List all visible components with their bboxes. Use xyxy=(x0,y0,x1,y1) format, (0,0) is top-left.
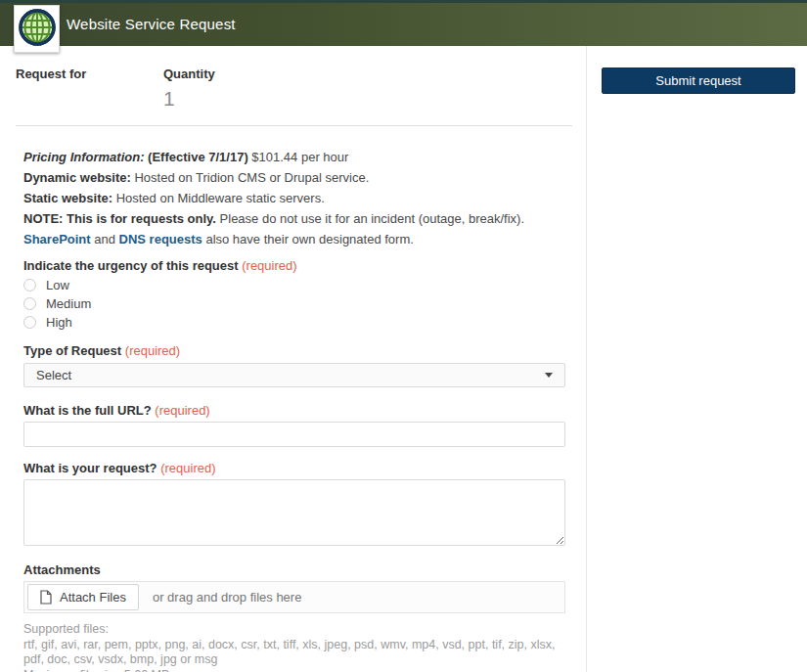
supported-files-label: Supported files: xyxy=(23,622,567,638)
meta-row: Request for Quantity 1 xyxy=(0,46,586,111)
chevron-down-icon xyxy=(545,373,553,378)
note-line: NOTE: This is for requests only. Please … xyxy=(23,211,564,226)
required-marker: (required) xyxy=(160,461,215,475)
sharepoint-link[interactable]: SharePoint xyxy=(23,232,91,246)
url-input[interactable] xyxy=(23,422,565,447)
dynamic-website-line: Dynamic website: Hosted on Tridion CMS o… xyxy=(23,170,564,185)
order-sidebar: Submit request xyxy=(587,46,807,672)
pricing-line: Pricing Information: (Effective 7/1/17) … xyxy=(23,150,564,164)
urgency-label: Indicate the urgency of this request (re… xyxy=(23,258,564,273)
required-marker: (required) xyxy=(155,403,209,418)
type-of-request-field: Type of Request (required) Select xyxy=(23,343,564,387)
supported-files-list: rtf, gif, avi, rar, pem, pptx, png, ai, … xyxy=(23,638,567,668)
urgency-field: Indicate the urgency of this request (re… xyxy=(23,258,564,329)
drag-drop-hint: or drag and drop files here xyxy=(153,590,301,605)
type-of-request-select[interactable]: Select xyxy=(23,363,565,387)
attachments-section: Attachments Attach Files or drag and dro… xyxy=(23,562,564,672)
request-for-label: Request for xyxy=(16,67,163,81)
type-of-request-label: Type of Request (required) xyxy=(23,343,564,358)
quantity-label: Quantity xyxy=(163,67,215,81)
page-title: Website Service Request xyxy=(0,3,807,46)
pricing-info-block: Pricing Information: (Effective 7/1/17) … xyxy=(23,150,564,246)
file-restrictions: Supported files: rtf, gif, avi, rar, pem… xyxy=(23,622,567,672)
request-description-field: What is your request? (required) xyxy=(23,461,564,546)
dns-requests-link[interactable]: DNS requests xyxy=(119,232,202,246)
file-icon xyxy=(40,590,52,605)
select-value: Select xyxy=(36,368,71,382)
quantity-value: 1 xyxy=(163,87,215,111)
urgency-option-low[interactable]: Low xyxy=(23,279,564,291)
catalog-item-icon-tile xyxy=(14,5,60,53)
radio-button-icon[interactable] xyxy=(23,297,36,310)
globe-icon xyxy=(18,8,57,51)
radio-button-icon[interactable] xyxy=(23,316,36,329)
file-dropzone[interactable]: Attach Files or drag and drop files here xyxy=(23,581,565,613)
radio-button-icon[interactable] xyxy=(23,279,36,291)
form-panel: Request for Quantity 1 Pricing Informati… xyxy=(0,46,587,672)
request-description-textarea[interactable] xyxy=(23,479,565,546)
designated-forms-line: SharePoint and DNS requests also have th… xyxy=(23,232,564,246)
attach-files-button[interactable]: Attach Files xyxy=(27,584,139,610)
urgency-option-medium[interactable]: Medium xyxy=(23,297,564,310)
url-field: What is the full URL? (required) xyxy=(23,403,564,447)
page-header: Website Service Request xyxy=(0,0,807,46)
static-website-line: Static website: Hosted on Middleware sta… xyxy=(23,191,564,205)
url-label: What is the full URL? (required) xyxy=(23,403,564,418)
max-file-size: Maximum file size:5.00 MB xyxy=(23,668,567,672)
submit-request-button[interactable]: Submit request xyxy=(602,67,795,94)
urgency-option-high[interactable]: High xyxy=(23,316,564,329)
required-marker: (required) xyxy=(125,343,180,358)
request-description-label: What is your request? (required) xyxy=(23,461,564,475)
attachments-label: Attachments xyxy=(23,562,564,577)
required-marker: (required) xyxy=(242,258,296,273)
